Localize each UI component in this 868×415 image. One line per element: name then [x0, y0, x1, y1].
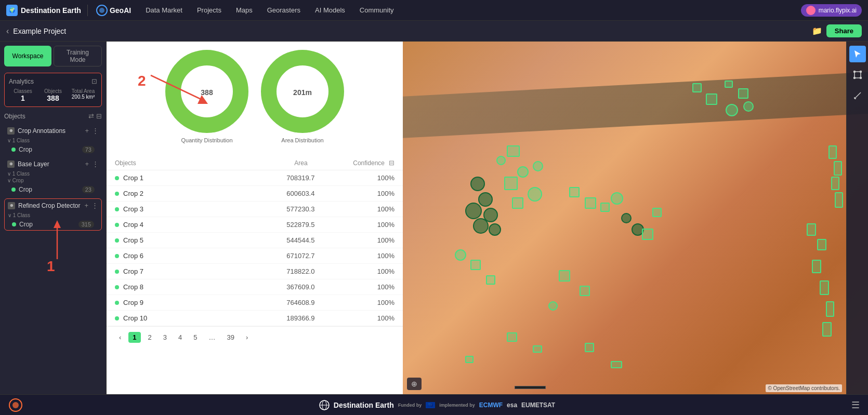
share-button[interactable]: Share [826, 24, 862, 37]
more-refined-icon[interactable]: ⋮ [91, 202, 98, 209]
crop-marker [807, 223, 816, 236]
class-row-crop[interactable]: Crop 73 [4, 144, 102, 155]
add-base-icon[interactable]: + [85, 160, 89, 168]
crop-marker [812, 260, 821, 273]
map-area[interactable]: © OpenStreetMap contributors. ⊕ [403, 42, 868, 394]
page-5-btn[interactable]: 5 [189, 332, 201, 343]
add-refined-icon[interactable]: + [84, 202, 88, 209]
row-area: 522879.5 [235, 221, 315, 229]
bottom-bar: Destination Earth Funded by 🇪🇺 implement… [0, 394, 868, 415]
table-row[interactable]: Crop 10 189366.9 100% [107, 311, 403, 326]
crop-marker [725, 81, 733, 88]
more-base-icon[interactable]: ⋮ [92, 160, 99, 168]
nav-maps[interactable]: Maps [230, 4, 259, 16]
col-header-objects: Objects [115, 159, 230, 167]
list-icon[interactable]: ⊟ [96, 112, 102, 120]
crop-marker [585, 343, 594, 352]
sync-icon[interactable]: ⇄ [88, 112, 94, 120]
crop-marker [828, 145, 837, 159]
crop-marker [706, 93, 717, 105]
table-row[interactable]: Crop 1 708319.7 100% [107, 170, 403, 186]
layer-name: Crop Annotations [18, 127, 82, 135]
class-count-base: 23 [82, 186, 95, 193]
crop-circle [726, 104, 738, 116]
add-layer-icon[interactable]: + [85, 127, 89, 135]
row-area: 671072.7 [235, 252, 315, 260]
page-39-btn[interactable]: 39 [223, 332, 239, 343]
layer-stack-icon: ⊕ [7, 127, 15, 135]
quantity-value: 388 [201, 88, 213, 97]
nav-ai-models[interactable]: AI Models [309, 4, 351, 16]
crop-circle [455, 249, 466, 261]
page-1-btn[interactable]: 1 [128, 332, 140, 343]
more-icon[interactable]: ⋮ [92, 127, 99, 135]
layer-header-refined[interactable]: ⊕ Refined Crop Detector + ⋮ [5, 199, 101, 212]
funded-by: Funded by [398, 403, 422, 408]
brand: 🌍 Destination Earth [6, 5, 88, 16]
user-menu[interactable]: mario.flypix.ai [801, 4, 862, 17]
select-tool-btn[interactable] [849, 46, 866, 62]
table-row[interactable]: Crop 8 367609.0 100% [107, 279, 403, 295]
class-row-refined[interactable]: Crop 315 [5, 219, 101, 230]
table-row[interactable]: Crop 3 577230.3 100% [107, 202, 403, 217]
class-row-base-crop[interactable]: Crop 23 [4, 184, 102, 195]
layer-header-crop-annotations[interactable]: ⊕ Crop Annotations + ⋮ [4, 124, 102, 137]
crop-marker [834, 161, 842, 176]
table-row[interactable]: Crop 7 718822.0 100% [107, 264, 403, 279]
transform-tool-btn[interactable] [849, 66, 866, 83]
table-row[interactable]: Crop 4 522879.5 100% [107, 217, 403, 233]
row-name: Crop 8 [123, 283, 235, 291]
tab-workspace[interactable]: Workspace [4, 46, 51, 66]
table-row[interactable]: Crop 6 671072.7 100% [107, 248, 403, 264]
row-confidence: 100% [314, 267, 394, 275]
row-area: 764608.9 [235, 299, 315, 306]
filter-icon[interactable]: ⊟ [389, 159, 394, 167]
measure-tool-btn[interactable] [849, 87, 866, 104]
col-header-confidence: Confidence [308, 159, 385, 167]
objects-value: 388 [39, 94, 67, 102]
crop-marker [652, 208, 662, 217]
tab-training[interactable]: Training Mode [54, 46, 102, 66]
folder-icon[interactable]: 📁 [812, 26, 822, 36]
nav-projects[interactable]: Projects [191, 4, 228, 16]
svg-point-14 [860, 77, 861, 79]
area-label: Area Distribution [261, 137, 344, 143]
refined-sub-label: ∨ 1 Class [5, 212, 101, 219]
table-row[interactable]: Crop 5 544544.5 100% [107, 233, 403, 248]
crop-marker [507, 332, 517, 342]
row-confidence: 100% [314, 205, 394, 213]
analytics-grid: Classes 1 Objects 388 Total Area 200.5 k… [9, 88, 97, 102]
annotation-1: 1 [47, 258, 55, 275]
page-3-btn[interactable]: 3 [159, 332, 171, 343]
next-page-btn[interactable]: › [242, 332, 252, 343]
crop-marker [569, 187, 580, 197]
crop-marker [600, 203, 610, 212]
page-4-btn[interactable]: 4 [174, 332, 186, 343]
svg-point-11 [853, 71, 855, 73]
nav-data-market[interactable]: Data Market [139, 4, 189, 16]
crop-marker [512, 197, 523, 209]
row-confidence: 100% [314, 252, 394, 260]
objects-label: Objects [39, 88, 67, 94]
table-row[interactable]: Crop 9 764608.9 100% [107, 295, 403, 311]
row-dot [115, 301, 119, 305]
nav-georasters[interactable]: Georasters [261, 4, 307, 16]
analytics-card: Analytics ⊡ Classes 1 Objects 388 Total … [4, 73, 102, 107]
analytics-expand-icon[interactable]: ⊡ [91, 77, 97, 85]
nav-community[interactable]: Community [353, 4, 400, 16]
geoai-icon [96, 5, 108, 16]
svg-point-13 [853, 77, 855, 79]
crop-circle [611, 192, 623, 205]
layers-button[interactable]: ⊕ [407, 378, 422, 390]
page-2-btn[interactable]: 2 [144, 332, 156, 343]
back-button[interactable]: ‹ [6, 26, 9, 36]
bottom-brand-name: Destination Earth [334, 401, 394, 409]
base-sub-label: ∨ 1 Class [4, 170, 102, 177]
brand-name: Destination Earth [21, 6, 81, 15]
hamburger-menu[interactable]: ☰ [851, 399, 860, 411]
svg-point-19 [12, 402, 19, 408]
layer-header-base[interactable]: ⊕ Base Layer + ⋮ [4, 157, 102, 170]
prev-page-btn[interactable]: ‹ [115, 332, 125, 343]
table-row[interactable]: Crop 2 600603.4 100% [107, 186, 403, 202]
crop-marker [470, 260, 481, 270]
